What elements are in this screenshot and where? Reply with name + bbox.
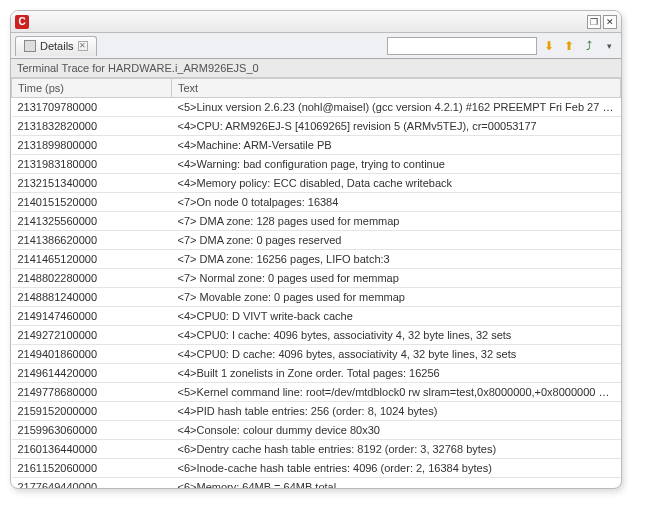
trace-title: Terminal Trace for HARDWARE.i_ARM926EJS_… bbox=[11, 59, 621, 78]
export-icon[interactable]: ⤴ bbox=[581, 38, 597, 54]
cell-text: <4>PID hash table entries: 256 (order: 8… bbox=[172, 402, 621, 421]
cell-time: 2131899800000 bbox=[12, 136, 172, 155]
search-input[interactable] bbox=[387, 37, 537, 55]
tab-close-icon[interactable]: ✕ bbox=[78, 41, 88, 51]
cell-time: 2140151520000 bbox=[12, 193, 172, 212]
cell-text: <7>On node 0 totalpages: 16384 bbox=[172, 193, 621, 212]
table-row[interactable]: 2159963060000<4>Console: colour dummy de… bbox=[12, 421, 621, 440]
table-row[interactable]: 2131899800000<4>Machine: ARM-Versatile P… bbox=[12, 136, 621, 155]
table-row[interactable]: 2148881240000<7> Movable zone: 0 pages u… bbox=[12, 288, 621, 307]
table-row[interactable]: 2131832820000<4>CPU: ARM926EJ-S [4106926… bbox=[12, 117, 621, 136]
tab-details[interactable]: Details ✕ bbox=[15, 36, 97, 56]
table-row[interactable]: 2149614420000<4>Built 1 zonelists in Zon… bbox=[12, 364, 621, 383]
cell-text: <4>CPU: ARM926EJ-S [41069265] revision 5… bbox=[172, 117, 621, 136]
table-row[interactable]: 2159152000000<4>PID hash table entries: … bbox=[12, 402, 621, 421]
cell-text: <7> DMA zone: 16256 pages, LIFO batch:3 bbox=[172, 250, 621, 269]
cell-text: <7> Movable zone: 0 pages used for memma… bbox=[172, 288, 621, 307]
table-row[interactable]: 2132151340000<4>Memory policy: ECC disab… bbox=[12, 174, 621, 193]
column-header-time[interactable]: Time (ps) bbox=[12, 79, 172, 98]
table-row[interactable]: 2131709780000<5>Linux version 2.6.23 (no… bbox=[12, 98, 621, 117]
cell-time: 2148802280000 bbox=[12, 269, 172, 288]
table-row[interactable]: 2149401860000<4>CPU0: D cache: 4096 byte… bbox=[12, 345, 621, 364]
window-frame: C ❐ ✕ Details ✕ ⬇ ⬆ ⤴ ▾ Terminal Trace f… bbox=[10, 10, 622, 489]
table-row[interactable]: 2149778680000<5>Kernel command line: roo… bbox=[12, 383, 621, 402]
cell-time: 2131709780000 bbox=[12, 98, 172, 117]
titlebar: C ❐ ✕ bbox=[11, 11, 621, 33]
cell-text: <4>CPU0: D VIVT write-back cache bbox=[172, 307, 621, 326]
app-icon: C bbox=[15, 15, 29, 29]
table-row[interactable]: 2141386620000<7> DMA zone: 0 pages reser… bbox=[12, 231, 621, 250]
cell-text: <6>Dentry cache hash table entries: 8192… bbox=[172, 440, 621, 459]
cell-time: 2159152000000 bbox=[12, 402, 172, 421]
tab-details-label: Details bbox=[40, 40, 74, 52]
cell-time: 2131983180000 bbox=[12, 155, 172, 174]
cell-time: 2141325560000 bbox=[12, 212, 172, 231]
column-header-text[interactable]: Text bbox=[172, 79, 621, 98]
cell-time: 2161152060000 bbox=[12, 459, 172, 478]
table-row[interactable]: 2160136440000<6>Dentry cache hash table … bbox=[12, 440, 621, 459]
table-row[interactable]: 2149272100000<4>CPU0: I cache: 4096 byte… bbox=[12, 326, 621, 345]
trace-table: Time (ps) Text 2131709780000<5>Linux ver… bbox=[11, 78, 621, 488]
cell-time: 2149401860000 bbox=[12, 345, 172, 364]
cell-time: 2149272100000 bbox=[12, 326, 172, 345]
cell-text: <5>Kernel command line: root=/dev/mtdblo… bbox=[172, 383, 621, 402]
cell-text: <6>Inode-cache hash table entries: 4096 … bbox=[172, 459, 621, 478]
table-row[interactable]: 2177649440000<6>Memory: 64MB = 64MB tota… bbox=[12, 478, 621, 489]
table-row[interactable]: 2141465120000<7> DMA zone: 16256 pages, … bbox=[12, 250, 621, 269]
cell-text: <4>Built 1 zonelists in Zone order. Tota… bbox=[172, 364, 621, 383]
cell-time: 2149147460000 bbox=[12, 307, 172, 326]
cell-text: <5>Linux version 2.6.23 (nohl@maisel) (g… bbox=[172, 98, 621, 117]
cell-text: <6>Memory: 64MB = 64MB total bbox=[172, 478, 621, 489]
cell-text: <4>Console: colour dummy device 80x30 bbox=[172, 421, 621, 440]
cell-time: 2131832820000 bbox=[12, 117, 172, 136]
cell-time: 2159963060000 bbox=[12, 421, 172, 440]
cell-time: 2149614420000 bbox=[12, 364, 172, 383]
window-close-button[interactable]: ✕ bbox=[603, 15, 617, 29]
cell-time: 2141465120000 bbox=[12, 250, 172, 269]
cell-text: <7> Normal zone: 0 pages used for memmap bbox=[172, 269, 621, 288]
window-controls: ❐ ✕ bbox=[587, 15, 617, 29]
cell-time: 2149778680000 bbox=[12, 383, 172, 402]
cell-text: <4>Machine: ARM-Versatile PB bbox=[172, 136, 621, 155]
details-icon bbox=[24, 40, 36, 52]
table-row[interactable]: 2140151520000<7>On node 0 totalpages: 16… bbox=[12, 193, 621, 212]
window-restore-button[interactable]: ❐ bbox=[587, 15, 601, 29]
menu-icon[interactable]: ▾ bbox=[601, 38, 617, 54]
arrow-down-icon[interactable]: ⬇ bbox=[541, 38, 557, 54]
table-row[interactable]: 2131983180000<4>Warning: bad configurati… bbox=[12, 155, 621, 174]
cell-text: <7> DMA zone: 0 pages reserved bbox=[172, 231, 621, 250]
cell-time: 2132151340000 bbox=[12, 174, 172, 193]
cell-time: 2141386620000 bbox=[12, 231, 172, 250]
cell-text: <4>Warning: bad configuration page, tryi… bbox=[172, 155, 621, 174]
tab-bar: Details ✕ ⬇ ⬆ ⤴ ▾ bbox=[11, 33, 621, 59]
table-row[interactable]: 2149147460000<4>CPU0: D VIVT write-back … bbox=[12, 307, 621, 326]
cell-text: <7> DMA zone: 128 pages used for memmap bbox=[172, 212, 621, 231]
cell-time: 2160136440000 bbox=[12, 440, 172, 459]
table-row[interactable]: 2148802280000<7> Normal zone: 0 pages us… bbox=[12, 269, 621, 288]
cell-time: 2148881240000 bbox=[12, 288, 172, 307]
cell-text: <4>Memory policy: ECC disabled, Data cac… bbox=[172, 174, 621, 193]
table-row[interactable]: 2141325560000<7> DMA zone: 128 pages use… bbox=[12, 212, 621, 231]
table-row[interactable]: 2161152060000<6>Inode-cache hash table e… bbox=[12, 459, 621, 478]
cell-text: <4>CPU0: D cache: 4096 bytes, associativ… bbox=[172, 345, 621, 364]
arrow-up-icon[interactable]: ⬆ bbox=[561, 38, 577, 54]
trace-table-wrap: Time (ps) Text 2131709780000<5>Linux ver… bbox=[11, 78, 621, 488]
cell-time: 2177649440000 bbox=[12, 478, 172, 489]
cell-text: <4>CPU0: I cache: 4096 bytes, associativ… bbox=[172, 326, 621, 345]
